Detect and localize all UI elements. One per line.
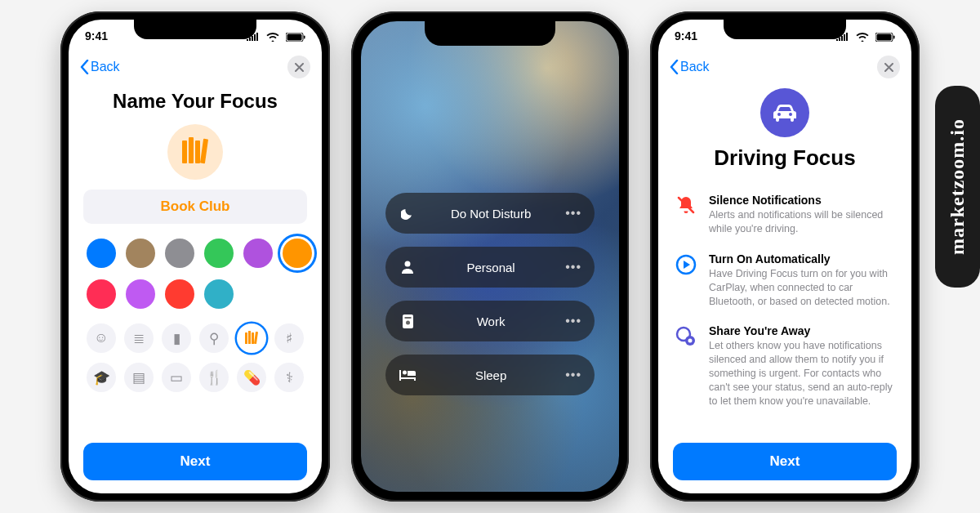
stethoscope-icon[interactable]: ⚕: [274, 363, 304, 392]
svg-rect-3: [182, 141, 187, 163]
car-icon: [772, 102, 798, 123]
pills-icon[interactable]: 💊: [237, 363, 266, 392]
back-button[interactable]: Back: [80, 60, 120, 74]
svg-rect-1: [287, 33, 302, 40]
bookmark-icon[interactable]: ▮: [162, 323, 191, 353]
svg-rect-4: [189, 137, 194, 163]
back-button[interactable]: Back: [670, 60, 710, 74]
document-icon[interactable]: ▤: [124, 363, 154, 392]
color-swatch[interactable]: [204, 239, 234, 268]
color-swatch[interactable]: [126, 239, 155, 268]
color-swatch[interactable]: [204, 279, 234, 309]
more-icon[interactable]: •••: [565, 314, 581, 328]
card-icon[interactable]: ▭: [162, 363, 191, 392]
share-status-icon: [675, 324, 697, 408]
color-swatch[interactable]: [87, 239, 116, 268]
svg-rect-8: [248, 331, 251, 344]
badge-icon: [399, 314, 416, 328]
page-title: Name Your Focus: [69, 90, 322, 113]
color-swatch[interactable]: [87, 279, 116, 309]
svg-rect-16: [877, 33, 892, 40]
play-circle-icon: [675, 252, 697, 309]
svg-point-11: [405, 261, 411, 267]
color-swatch[interactable]: [165, 279, 194, 309]
feature-desc: Have Driving Focus turn on for you with …: [709, 267, 895, 309]
more-icon[interactable]: •••: [565, 368, 581, 382]
feature-desc: Alerts and notifications will be silence…: [709, 208, 895, 236]
svg-rect-2: [304, 35, 305, 38]
graduation-icon[interactable]: 🎓: [87, 363, 116, 392]
phone-name-focus: 9:41 Back Name Your Focus: [60, 11, 330, 502]
feature-title: Turn On Automatically: [709, 252, 895, 265]
phone-focus-list: Do Not Disturb•••Personal•••Work•••Sleep…: [351, 11, 629, 502]
svg-rect-17: [893, 35, 895, 38]
svg-rect-13: [404, 317, 411, 319]
svg-rect-6: [200, 139, 208, 164]
close-button[interactable]: [287, 56, 310, 78]
feature-row: Share You're AwayLet others know you hav…: [658, 316, 911, 416]
svg-rect-5: [195, 141, 200, 163]
page-title: Driving Focus: [658, 145, 911, 171]
notch: [724, 20, 846, 39]
svg-rect-7: [245, 332, 247, 344]
feature-desc: Let others know you have notifications s…: [709, 339, 895, 408]
svg-rect-9: [252, 332, 254, 344]
color-swatch[interactable]: [165, 239, 194, 268]
focus-mode-list: Do Not Disturb•••Personal•••Work•••Sleep…: [361, 193, 619, 395]
feature-title: Share You're Away: [709, 324, 895, 337]
svg-rect-10: [254, 332, 258, 344]
key-icon[interactable]: ⚲: [199, 323, 229, 353]
notch: [425, 21, 555, 46]
svg-point-14: [406, 320, 410, 324]
chevron-left-icon: [670, 60, 679, 74]
focus-hero-icon: [167, 124, 223, 180]
books-icon[interactable]: [237, 323, 266, 353]
more-icon[interactable]: •••: [565, 206, 581, 221]
focus-mode-pill[interactable]: Sleep•••: [385, 355, 595, 395]
watermark: marketzoom.io: [935, 86, 980, 288]
focus-mode-label: Sleep: [416, 368, 565, 382]
feature-row: Silence NotificationsAlerts and notifica…: [658, 185, 911, 244]
close-icon: [884, 63, 893, 72]
bell-slash-icon: [675, 194, 697, 236]
feature-list: Silence NotificationsAlerts and notifica…: [658, 185, 911, 417]
close-icon: [295, 63, 304, 72]
focus-mode-label: Do Not Disturb: [416, 207, 565, 221]
chevron-left-icon: [80, 60, 89, 74]
svg-point-22: [688, 339, 693, 343]
person-icon: [399, 261, 416, 274]
books-icon: [179, 137, 212, 167]
focus-mode-pill[interactable]: Personal•••: [385, 247, 595, 288]
driving-hero-icon: [760, 88, 809, 137]
color-picker: [69, 224, 322, 315]
status-time: 9:41: [675, 29, 697, 42]
next-button[interactable]: Next: [673, 443, 897, 480]
focus-name-input[interactable]: Book Club: [83, 190, 307, 224]
back-label: Back: [680, 60, 710, 74]
focus-mode-label: Personal: [416, 261, 565, 274]
close-button[interactable]: [877, 56, 900, 78]
glyph-picker: ☺≣▮⚲♯🎓▤▭🍴💊⚕: [69, 315, 322, 392]
moon-icon: [399, 207, 416, 220]
bed-icon: [399, 370, 416, 381]
next-button[interactable]: Next: [83, 443, 307, 480]
feature-row: Turn On AutomaticallyHave Driving Focus …: [658, 244, 911, 317]
color-swatch[interactable]: [126, 279, 155, 309]
focus-mode-pill[interactable]: Do Not Disturb•••: [385, 193, 595, 234]
focus-mode-pill[interactable]: Work•••: [385, 301, 595, 341]
status-time: 9:41: [85, 29, 108, 42]
list-icon[interactable]: ≣: [124, 323, 154, 353]
food-icon[interactable]: 🍴: [199, 363, 229, 392]
phone-driving-focus: 9:41 Back D: [650, 11, 920, 502]
focus-mode-label: Work: [416, 314, 565, 328]
feature-title: Silence Notifications: [709, 194, 895, 207]
smile-icon[interactable]: ☺: [87, 323, 116, 353]
back-label: Back: [91, 60, 120, 74]
color-swatch[interactable]: [243, 239, 273, 268]
gift-icon[interactable]: ♯: [274, 323, 304, 353]
notch: [134, 20, 256, 39]
color-swatch[interactable]: [283, 239, 312, 268]
more-icon[interactable]: •••: [565, 260, 581, 274]
